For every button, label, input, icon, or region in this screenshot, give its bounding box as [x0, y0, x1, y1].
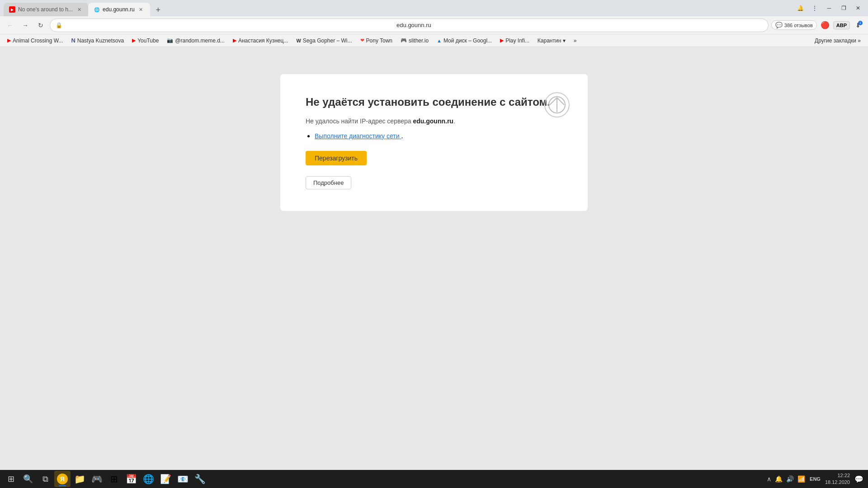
link-suffix: .	[401, 132, 403, 140]
toolbar-right: 💬 386 отзывов 🔴 АВР ⬇ 1	[771, 19, 864, 32]
bookmark-label-12: »	[574, 38, 577, 44]
abp-badge[interactable]: АВР	[833, 21, 850, 29]
bookmark-icon-3: ▶	[132, 38, 136, 43]
window-moretools[interactable]: ⋮	[808, 2, 821, 14]
bookmark-instagram[interactable]: 📷 @random.meme.d...	[163, 37, 228, 45]
clock-date: 18.12.2020	[825, 479, 850, 486]
volume-icon[interactable]: 🔊	[785, 474, 795, 483]
tab-bar: ▶ No one's around to h... ✕ 🌐 edu.gounn.…	[4, 0, 792, 16]
reviews-badge[interactable]: 💬 386 отзывов	[771, 20, 817, 30]
action-center[interactable]: 💬	[853, 473, 865, 485]
address-icon: 🔒	[56, 22, 62, 28]
yandex-taskbar-icon: Я	[57, 474, 68, 484]
bookmark-label-4: @random.meme.d...	[175, 38, 225, 44]
bookmark-label-1: Animal Crossing W...	[13, 38, 63, 44]
details-btn-wrapper: Подробнее	[306, 176, 562, 189]
taskbar-notes[interactable]: 📝	[157, 471, 174, 487]
bookmark-google-drive[interactable]: ▲ Мой диск – Googl...	[433, 37, 495, 45]
error-desc-prefix: Не удалось найти IP-адрес сервера	[306, 117, 413, 125]
tab-2-title: edu.gounn.ru	[103, 6, 135, 13]
bookmark-other[interactable]: Другие закладки »	[811, 37, 864, 45]
reviews-text: 386 отзывов	[784, 23, 813, 28]
title-bar: ▶ No one's around to h... ✕ 🌐 edu.gounn.…	[0, 0, 868, 16]
bookmark-animal-crossing[interactable]: ▶ Animal Crossing W...	[4, 37, 66, 45]
bookmark-play-infi[interactable]: ▶ Play Infi...	[496, 37, 533, 45]
taskbar-browser2[interactable]: 🌐	[140, 471, 156, 487]
tab-2-favicon: 🌐	[94, 6, 100, 13]
bookmark-pony-town[interactable]: ❤ Pony Town	[357, 37, 396, 45]
bookmark-icon-7: ❤	[360, 38, 364, 43]
error-card: Не удаётся установить соединение с сайто…	[280, 74, 588, 211]
tab-1-title: No one's around to h...	[18, 6, 73, 13]
diagnostics-link[interactable]: Выполните диагностику сети	[315, 132, 401, 140]
search-button[interactable]: 🔍	[20, 471, 36, 487]
tab-2-close[interactable]: ✕	[137, 6, 145, 13]
bookmark-youtube[interactable]: ▶ YouTube	[128, 37, 162, 45]
address-text: edu.gounn.ru	[65, 22, 763, 28]
error-link-list: Выполните диагностику сети .	[315, 132, 562, 140]
download-button[interactable]: ⬇ 1	[852, 19, 864, 32]
back-button[interactable]: ←	[4, 19, 16, 32]
details-button[interactable]: Подробнее	[306, 176, 351, 189]
taskbar-steam[interactable]: 🎮	[89, 471, 105, 487]
forward-button[interactable]: →	[19, 19, 32, 32]
bookmark-label-10: Play Infi...	[505, 38, 529, 44]
window-controls: 🔔 ⋮ ─ ❐ ✕	[794, 2, 864, 14]
window-restore[interactable]: ❐	[837, 2, 850, 14]
bookmark-more[interactable]: »	[570, 37, 580, 45]
task-view-button[interactable]: ⧉	[37, 471, 53, 487]
window-minimize[interactable]: 🔔	[794, 2, 807, 14]
network-icon[interactable]: 🔔	[774, 474, 783, 483]
bookmark-label-3: YouTube	[137, 38, 159, 44]
network-wifi[interactable]: 📶	[797, 474, 806, 483]
toolbar: ← → ↻ 🔒 edu.gounn.ru 💬 386 отзывов 🔴 АВР…	[0, 16, 868, 34]
bookmark-icon-9: ▲	[437, 38, 442, 43]
bookmark-icon-5: ▶	[233, 38, 236, 43]
bookmark-karantin[interactable]: Карантин ▾	[534, 37, 569, 45]
tab-1[interactable]: ▶ No one's around to h... ✕	[4, 3, 88, 16]
taskbar-mail[interactable]: 📧	[175, 471, 191, 487]
window-minimize-btn[interactable]: ─	[823, 2, 835, 14]
taskbar-apps[interactable]: ⊞	[106, 471, 122, 487]
start-button[interactable]: ⊞	[3, 471, 19, 487]
svg-line-3	[557, 98, 564, 105]
bookmark-nastya[interactable]: N Nastya Kuznetsova	[67, 36, 127, 45]
clock-time: 12:22	[825, 472, 850, 479]
language-badge[interactable]: ENG	[808, 475, 822, 483]
taskbar-calendar[interactable]: 📅	[123, 471, 139, 487]
yandex-logo-icon	[544, 92, 570, 117]
taskbar-time[interactable]: 12:22 18.12.2020	[825, 472, 850, 486]
bookmark-icon-10: ▶	[500, 38, 504, 43]
diagnostics-link-text: Выполните диагностику сети	[315, 132, 399, 140]
reload-btn-wrapper: Перезагрузить	[306, 151, 562, 173]
reload-button[interactable]: Перезагрузить	[306, 151, 367, 165]
bookmark-label-8: slither.io	[409, 38, 429, 44]
taskbar-tools[interactable]: 🔧	[192, 471, 208, 487]
new-tab-button[interactable]: +	[152, 4, 165, 16]
taskbar: ⊞ 🔍 ⧉ Я 📁 🎮 ⊞ 📅 🌐 📝 📧 🔧 ∧ 🔔 🔊 📶 ENG 12:2…	[0, 470, 868, 488]
error-desc-suffix: .	[453, 117, 455, 125]
tab-1-close[interactable]: ✕	[75, 6, 83, 13]
address-bar[interactable]: 🔒 edu.gounn.ru	[50, 19, 769, 32]
tab-1-favicon: ▶	[9, 6, 15, 13]
bookmark-label-11: Карантин ▾	[538, 38, 566, 44]
bookmark-label-5: Анастасия Кузнец...	[238, 38, 288, 44]
error-description: Не удалось найти IP-адрес сервера edu.go…	[306, 117, 562, 125]
bookmark-icon-1: ▶	[7, 38, 11, 43]
taskbar-yandex[interactable]: Я	[54, 471, 71, 487]
window-close[interactable]: ✕	[852, 2, 864, 14]
taskbar-explorer[interactable]: 📁	[71, 471, 88, 487]
bookmark-sega[interactable]: W Sega Gopher – Wi...	[292, 37, 355, 45]
bookmark-label-13: Другие закладки »	[815, 38, 861, 44]
bookmark-label-9: Мой диск – Googl...	[443, 38, 492, 44]
error-title: Не удаётся установить соединение с сайто…	[306, 96, 562, 108]
bookmark-icon-8: 🎮	[401, 38, 407, 43]
page-content: Не удаётся установить соединение с сайто…	[0, 47, 868, 470]
tray-expand[interactable]: ∧	[766, 474, 772, 483]
reload-button[interactable]: ↻	[34, 19, 47, 32]
error-domain: edu.gounn.ru	[413, 117, 453, 125]
bookmark-slither[interactable]: 🎮 slither.io	[397, 37, 432, 45]
bookmark-anastasia[interactable]: ▶ Анастасия Кузнец...	[229, 37, 292, 45]
notifications-button[interactable]: 🔴	[819, 19, 831, 32]
tab-2[interactable]: 🌐 edu.gounn.ru ✕	[88, 3, 150, 16]
